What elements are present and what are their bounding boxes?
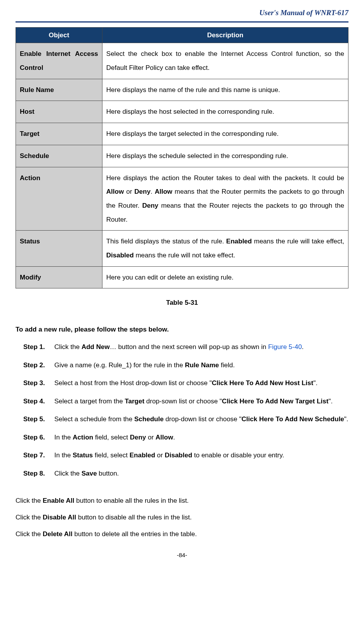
- step-text: In the Action field, select Deny or Allo…: [54, 432, 348, 444]
- table-row: StatusThis field displays the status of …: [16, 231, 348, 266]
- step-label: Step 5.: [23, 413, 54, 425]
- table-row: Rule NameHere displays the name of the r…: [16, 79, 348, 101]
- object-cell: Action: [16, 167, 102, 231]
- step-label: Step 4.: [23, 396, 54, 408]
- step-label: Step 1.: [23, 341, 54, 353]
- object-cell: Modify: [16, 266, 102, 288]
- table-row: HostHere displays the host selected in t…: [16, 101, 348, 123]
- step-item: Step 6.In the Action field, select Deny …: [23, 432, 348, 444]
- step-item: Step 7.In the Status field, select Enabl…: [23, 450, 348, 462]
- description-cell: Here you can edit or delete an existing …: [102, 266, 348, 288]
- step-text: Give a name (e.g. Rule_1) for the rule i…: [54, 359, 348, 372]
- step-label: Step 8.: [23, 468, 54, 480]
- object-cell: Schedule: [16, 145, 102, 167]
- page-header: User's Manual of WNRT-617: [16, 8, 348, 23]
- step-label: Step 7.: [23, 450, 54, 462]
- table-row: Enable Internet Access ControlSelect the…: [16, 43, 348, 79]
- table-row: ModifyHere you can edit or delete an exi…: [16, 266, 348, 288]
- object-cell: Target: [16, 123, 102, 145]
- table-row: TargetHere displays the target selected …: [16, 123, 348, 145]
- step-text: Select a schedule from the Schedule drop…: [54, 413, 348, 425]
- step-item: Step 1.Click the Add New… button and the…: [23, 341, 348, 353]
- description-cell: Here displays the action the Router take…: [102, 167, 348, 231]
- step-item: Step 5.Select a schedule from the Schedu…: [23, 413, 348, 425]
- description-cell: Here displays the name of the rule and t…: [102, 79, 348, 101]
- step-item: Step 3.Select a host from the Host drop-…: [23, 377, 348, 389]
- step-item: Step 8.Click the Save button.: [23, 468, 348, 480]
- step-item: Step 2.Give a name (e.g. Rule_1) for the…: [23, 359, 348, 372]
- section-title: To add a new rule, please follow the ste…: [16, 325, 348, 334]
- doc-title: User's Manual of WNRT-617: [259, 9, 348, 17]
- table-body: Enable Internet Access ControlSelect the…: [16, 43, 348, 288]
- note-line: Click the Disable All button to disable …: [16, 512, 348, 523]
- step-text: Click the Add New… button and the next s…: [54, 341, 348, 353]
- table-row: ActionHere displays the action the Route…: [16, 167, 348, 231]
- table-head-description: Description: [102, 27, 348, 43]
- note-line: Click the Enable All button to enable al…: [16, 495, 348, 506]
- description-cell: Here displays the schedule selected in t…: [102, 145, 348, 167]
- step-text: In the Status field, select Enabled or D…: [54, 450, 348, 462]
- description-cell: This field displays the status of the ru…: [102, 231, 348, 266]
- step-label: Step 2.: [23, 359, 54, 372]
- description-cell: Here displays the host selected in the c…: [102, 101, 348, 123]
- note-line: Click the Delete All button to delete al…: [16, 529, 348, 539]
- steps-list: Step 1.Click the Add New… button and the…: [23, 341, 348, 480]
- table-row: ScheduleHere displays the schedule selec…: [16, 145, 348, 167]
- step-item: Step 4.Select a target from the Target d…: [23, 396, 348, 408]
- description-cell: Here displays the target selected in the…: [102, 123, 348, 145]
- table-caption: Table 5-31: [16, 298, 348, 307]
- object-cell: Status: [16, 231, 102, 266]
- page-number: -84-: [16, 551, 348, 559]
- step-text: Click the Save button.: [54, 468, 348, 480]
- step-text: Select a host from the Host drop-down li…: [54, 377, 348, 389]
- object-cell: Enable Internet Access Control: [16, 43, 102, 79]
- table-head-object: Object: [16, 27, 102, 43]
- object-description-table: Object Description Enable Internet Acces…: [16, 27, 348, 289]
- step-label: Step 6.: [23, 432, 54, 444]
- object-cell: Rule Name: [16, 79, 102, 101]
- step-label: Step 3.: [23, 377, 54, 389]
- notes-section: Click the Enable All button to enable al…: [16, 495, 348, 540]
- step-text: Select a target from the Target drop-sow…: [54, 396, 348, 408]
- description-cell: Select the check box to enable the Inter…: [102, 43, 348, 79]
- object-cell: Host: [16, 101, 102, 123]
